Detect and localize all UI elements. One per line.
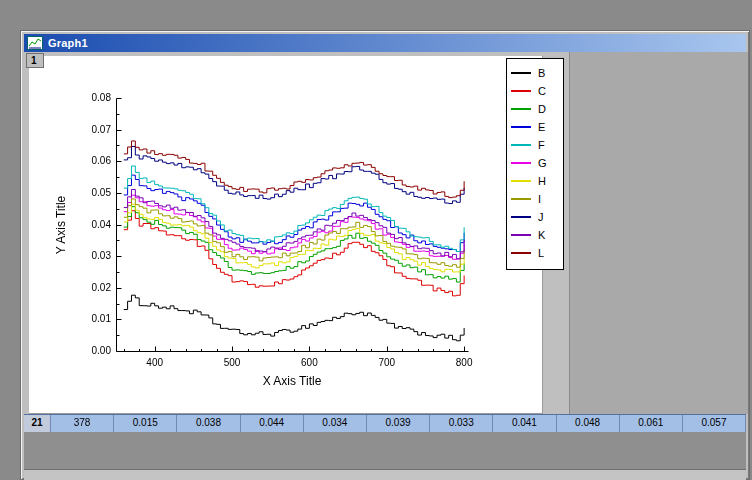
x-tick-label: 700 xyxy=(372,357,402,368)
screen: { "window": { "title": "Graph1", "page_t… xyxy=(0,0,752,480)
y-tick-label: 0.03 xyxy=(73,250,111,261)
y-tick-label: 0.05 xyxy=(73,187,111,198)
window-title: Graph1 xyxy=(48,37,88,49)
y-tick-label: 0.06 xyxy=(73,155,111,166)
x-tick-label: 500 xyxy=(217,357,247,368)
worksheet-cell[interactable]: 0.033 xyxy=(430,415,493,432)
legend-entry[interactable]: D xyxy=(507,100,563,118)
legend-line-sample xyxy=(511,252,531,254)
y-tick-label: 0.01 xyxy=(73,313,111,324)
status-band xyxy=(24,469,746,480)
legend-entry[interactable]: K xyxy=(507,226,563,244)
legend-line-sample xyxy=(511,216,531,218)
legend-line-sample xyxy=(511,198,531,200)
y-tick-label: 0.08 xyxy=(73,92,111,103)
worksheet-cell[interactable]: 0.041 xyxy=(493,415,556,432)
legend-box[interactable]: BCDEFGHIJKL xyxy=(506,58,564,270)
legend-line-sample xyxy=(511,90,531,92)
worksheet-cell[interactable]: 378 xyxy=(51,415,114,432)
worksheet-cell[interactable]: 0.015 xyxy=(114,415,177,432)
legend-entry[interactable]: H xyxy=(507,172,563,190)
worksheet-cell[interactable]: 0.048 xyxy=(557,415,620,432)
legend-line-sample xyxy=(511,234,531,236)
legend-entry[interactable]: G xyxy=(507,154,563,172)
legend-label: J xyxy=(538,211,544,223)
legend-entry[interactable]: J xyxy=(507,208,563,226)
legend-line-sample xyxy=(511,144,531,146)
legend-line-sample xyxy=(511,72,531,74)
graph-window-icon[interactable] xyxy=(27,36,43,50)
x-tick-label: 600 xyxy=(294,357,324,368)
worksheet-cell[interactable]: 0.039 xyxy=(367,415,430,432)
worksheet-cell[interactable]: 0.044 xyxy=(241,415,304,432)
y-tick-label: 0.04 xyxy=(73,219,111,230)
worksheet-cell[interactable]: 0.038 xyxy=(177,415,240,432)
legend-entry[interactable]: I xyxy=(507,190,563,208)
graph1-window: Graph1 X Axis Title Y Axis Title 4005006… xyxy=(20,30,750,480)
legend-entry[interactable]: B xyxy=(507,64,563,82)
legend-label: K xyxy=(538,229,545,241)
legend-label: H xyxy=(538,175,546,187)
y-tick-label: 0.07 xyxy=(73,124,111,135)
legend-label: G xyxy=(538,157,547,169)
y-tick-label: 0.00 xyxy=(73,345,111,356)
legend-entry[interactable]: C xyxy=(507,82,563,100)
worksheet-cell[interactable]: 0.057 xyxy=(683,415,746,432)
legend-label: D xyxy=(538,103,546,115)
y-tick-label: 0.02 xyxy=(73,282,111,293)
legend-label: I xyxy=(538,193,541,205)
legend-label: E xyxy=(538,121,545,133)
legend-entry[interactable]: L xyxy=(507,244,563,262)
titlebar[interactable]: Graph1 xyxy=(24,34,746,52)
legend-entry[interactable]: E xyxy=(507,118,563,136)
legend-line-sample xyxy=(511,126,531,128)
worksheet-cell[interactable]: 0.034 xyxy=(304,415,367,432)
legend-label: L xyxy=(538,247,544,259)
x-tick-label: 800 xyxy=(449,357,479,368)
graph-page[interactable]: X Axis Title Y Axis Title 40050060070080… xyxy=(29,56,543,414)
bottom-area xyxy=(24,431,746,476)
legend-entry[interactable]: F xyxy=(507,136,563,154)
legend-label: B xyxy=(538,67,545,79)
worksheet-row[interactable]: 213780.0150.0380.0440.0340.0390.0330.041… xyxy=(24,414,746,432)
graph-icon xyxy=(27,36,43,50)
x-axis-title: X Axis Title xyxy=(192,374,392,388)
legend-label: F xyxy=(538,139,545,151)
x-tick-label: 400 xyxy=(140,357,170,368)
page-number-tab[interactable]: 1 xyxy=(26,53,44,68)
legend-label: C xyxy=(538,85,546,97)
row-header-cell[interactable]: 21 xyxy=(24,415,51,432)
workspace-area xyxy=(569,52,748,414)
legend-line-sample xyxy=(511,108,531,110)
legend-line-sample xyxy=(511,162,531,164)
legend-line-sample xyxy=(511,180,531,182)
y-axis-title: Y Axis Title xyxy=(54,125,68,325)
worksheet-cell[interactable]: 0.061 xyxy=(620,415,683,432)
